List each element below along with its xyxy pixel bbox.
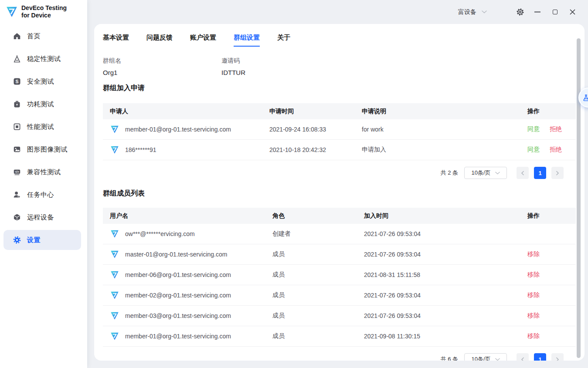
sidebar-item-graphics-test[interactable]: 图形图像测试 bbox=[3, 139, 81, 159]
member-role: 成员 bbox=[272, 332, 364, 340]
chevron-down-icon bbox=[482, 10, 487, 14]
member-username: member-01@org-01.test-servicing.com bbox=[125, 333, 231, 340]
apply-note: 申请加入 bbox=[362, 146, 527, 154]
maximize-icon bbox=[553, 10, 557, 14]
approve-link[interactable]: 同意 bbox=[527, 146, 540, 153]
member-actions: 移除 bbox=[527, 332, 576, 340]
col-username: 用户名 bbox=[110, 212, 272, 220]
member-username: master-01@org-01.test-servicing.com bbox=[125, 251, 227, 258]
svg-text:</>: </> bbox=[15, 170, 19, 173]
remove-link[interactable]: 移除 bbox=[527, 312, 540, 319]
sidebar-item-task-center[interactable]: 任务中心 bbox=[3, 185, 81, 205]
app-logo: DevEco Testingfor Device bbox=[0, 0, 87, 24]
member-join-time: 2021-09-08 11:30:15 bbox=[364, 333, 527, 340]
approve-link[interactable]: 同意 bbox=[527, 125, 540, 132]
member-username: member-06@org-01.test-servicing.com bbox=[125, 271, 231, 278]
sidebar-item-home[interactable]: 首页 bbox=[3, 26, 81, 46]
prev-page-button[interactable] bbox=[517, 167, 529, 179]
tab-feedback[interactable]: 问题反馈 bbox=[146, 34, 173, 47]
group-name-value: Org1 bbox=[103, 69, 221, 77]
reject-link[interactable]: 拒绝 bbox=[550, 146, 562, 153]
col-join-time: 加入时间 bbox=[364, 212, 527, 220]
tab-basic-settings[interactable]: 基本设置 bbox=[103, 34, 129, 47]
sidebar-item-remote-device[interactable]: 远程设备 bbox=[3, 207, 81, 227]
tab-group-settings[interactable]: 群组设置 bbox=[234, 34, 260, 47]
sidebar-item-performance-test[interactable]: 性能测试 bbox=[3, 117, 81, 137]
home-icon bbox=[13, 32, 21, 40]
device-selector-label: 富设备 bbox=[458, 8, 476, 16]
members-title: 群组成员列表 bbox=[103, 189, 576, 198]
vertical-scrollbar[interactable] bbox=[577, 38, 581, 358]
close-button[interactable] bbox=[564, 3, 581, 21]
next-page-button[interactable] bbox=[551, 353, 564, 361]
sidebar-item-power-test[interactable]: 功耗测试 bbox=[3, 94, 81, 114]
reject-link[interactable]: 拒绝 bbox=[550, 125, 562, 132]
titlebar-settings-button[interactable] bbox=[511, 3, 529, 21]
next-page-button[interactable] bbox=[551, 167, 564, 179]
join-requests-header: 申请人 申请时间 申请说明 操作 bbox=[103, 103, 576, 119]
app-window: { "brand": { "line1": "DevEco Testing", … bbox=[0, 0, 588, 368]
group-info: 群组名 Org1 邀请码 IDTTUR bbox=[103, 57, 576, 77]
app-title: DevEco Testingfor Device bbox=[21, 4, 67, 19]
page-number[interactable]: 1 bbox=[534, 353, 546, 361]
remove-link[interactable]: 移除 bbox=[527, 271, 540, 278]
col-actions: 操作 bbox=[527, 108, 576, 115]
maximize-button[interactable] bbox=[546, 3, 564, 21]
device-selector-dropdown[interactable]: 富设备 bbox=[458, 8, 487, 16]
member-role: 成员 bbox=[272, 250, 364, 258]
chevron-right-icon bbox=[556, 357, 559, 361]
page-size-select[interactable]: 10条/页 bbox=[464, 167, 507, 179]
member-row: ow***@******ervicing.com 创建者 2021-07-26 … bbox=[103, 224, 576, 244]
member-join-time: 2021-07-26 09:53:04 bbox=[364, 230, 527, 237]
sidebar-item-compatibility-test[interactable]: </> 兼容性测试 bbox=[3, 162, 81, 182]
username-cell: master-01@org-01.test-servicing.com bbox=[110, 250, 272, 259]
tab-about[interactable]: 关于 bbox=[277, 34, 290, 47]
deveco-avatar-icon bbox=[110, 311, 119, 321]
sidebar-item-stability-test[interactable]: 稳定性测试 bbox=[3, 49, 81, 69]
applicant-name: member-01@org-01.test-servicing.com bbox=[125, 126, 231, 133]
request-actions: 同意 拒绝 bbox=[527, 146, 576, 154]
page-size-select[interactable]: 10条/页 bbox=[464, 353, 507, 361]
page-number[interactable]: 1 bbox=[534, 167, 546, 179]
deveco-avatar-icon bbox=[110, 331, 119, 341]
deveco-avatar-icon bbox=[110, 145, 119, 155]
power-test-icon bbox=[13, 100, 21, 108]
apply-note: for work bbox=[362, 126, 527, 133]
svg-text:S: S bbox=[15, 79, 18, 84]
sidebar: DevEco Testingfor Device 首页 稳定性测试 S 安全测试… bbox=[0, 0, 87, 368]
sidebar-nav: 首页 稳定性测试 S 安全测试 功耗测试 性能测试 图形图像测试 bbox=[0, 26, 87, 250]
col-apply-time: 申请时间 bbox=[269, 108, 362, 115]
sidebar-item-settings[interactable]: 设置 bbox=[3, 230, 81, 250]
remove-link[interactable]: 移除 bbox=[527, 291, 540, 298]
member-row: member-03@org-01.test-servicing.com 成员 2… bbox=[103, 306, 576, 326]
minimize-icon bbox=[534, 11, 540, 13]
titlebar: 富设备 bbox=[87, 0, 588, 24]
members-table: 用户名 角色 加入时间 操作 ow***@******ervicing.com … bbox=[103, 208, 576, 347]
remove-link[interactable]: 移除 bbox=[527, 332, 540, 339]
member-actions: 移除 bbox=[527, 291, 576, 299]
deveco-avatar-icon bbox=[110, 229, 119, 239]
username-cell: member-06@org-01.test-servicing.com bbox=[110, 270, 272, 280]
remove-link[interactable]: 移除 bbox=[527, 250, 540, 257]
group-name-field: 群组名 Org1 bbox=[103, 57, 221, 77]
request-actions: 同意 拒绝 bbox=[527, 125, 576, 133]
members-header: 用户名 角色 加入时间 操作 bbox=[103, 208, 576, 224]
tab-account-settings[interactable]: 账户设置 bbox=[190, 34, 216, 47]
applicant-cell: 186******91 bbox=[110, 145, 269, 155]
stability-test-icon bbox=[13, 55, 21, 63]
prev-page-button[interactable] bbox=[517, 353, 529, 361]
minimize-button[interactable] bbox=[529, 3, 546, 21]
members-body: ow***@******ervicing.com 创建者 2021-07-26 … bbox=[103, 224, 576, 347]
gear-icon bbox=[516, 8, 524, 16]
col-applicant: 申请人 bbox=[110, 108, 269, 115]
username-cell: ow***@******ervicing.com bbox=[110, 229, 272, 239]
group-name-label: 群组名 bbox=[103, 57, 221, 64]
chevron-right-icon bbox=[556, 171, 559, 176]
join-requests-pagination: 共 2 条 10条/页 1 bbox=[103, 167, 576, 179]
total-count: 共 2 条 bbox=[441, 169, 458, 177]
total-count: 共 6 条 bbox=[441, 355, 458, 361]
chevron-down-icon bbox=[495, 358, 500, 361]
sidebar-item-security-test[interactable]: S 安全测试 bbox=[3, 71, 81, 91]
graphics-test-icon bbox=[13, 145, 21, 153]
performance-test-icon bbox=[13, 123, 21, 131]
